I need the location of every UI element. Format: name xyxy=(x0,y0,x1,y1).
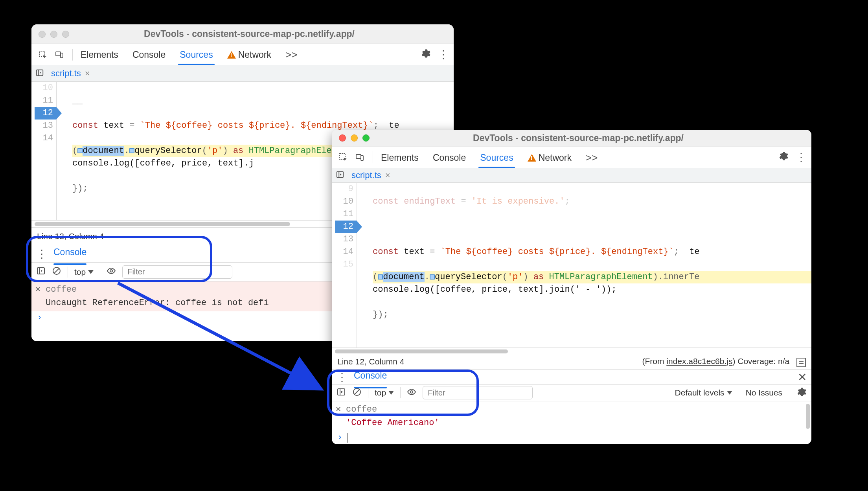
annotation-arrow xyxy=(0,0,868,491)
